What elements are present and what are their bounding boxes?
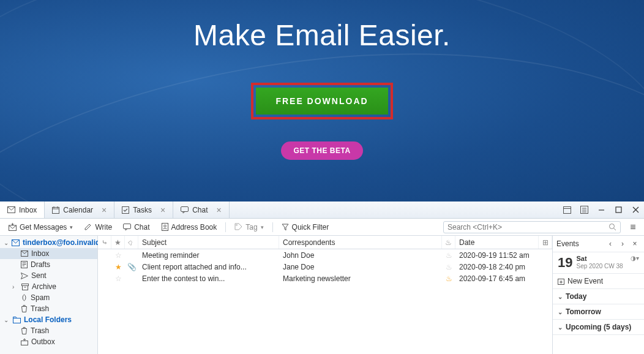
col-star[interactable]: ★: [111, 236, 125, 249]
tasks-icon: [122, 206, 129, 214]
calendar-icon: [52, 206, 59, 214]
close-icon[interactable]: ×: [102, 205, 107, 215]
free-download-button[interactable]: FREE DOWNLOAD: [256, 88, 388, 115]
folder-outbox[interactable]: Outbox: [0, 336, 97, 347]
trash-icon: [21, 327, 28, 334]
events-header: Events ‹ › ×: [553, 236, 644, 252]
folder-archive[interactable]: › Archive: [0, 281, 97, 292]
close-events-button[interactable]: ×: [629, 238, 640, 249]
calendar-dropdown-icon[interactable]: ◑▾: [631, 255, 639, 262]
close-icon[interactable]: ×: [216, 205, 221, 215]
col-date[interactable]: Date: [455, 236, 539, 249]
column-picker-icon: ⊞: [542, 238, 549, 247]
svg-line-23: [614, 228, 616, 231]
hot-cell: ♨: [442, 274, 455, 283]
tag-icon: [234, 223, 242, 231]
search-box[interactable]: [443, 221, 621, 233]
chevron-right-icon: ›: [12, 284, 18, 290]
folder-trash[interactable]: Trash: [0, 303, 97, 314]
col-attachment[interactable]: ⏢: [125, 236, 138, 249]
svg-rect-5: [122, 206, 129, 213]
trash-icon: [21, 305, 28, 312]
address-book-button[interactable]: Address Book: [156, 221, 222, 233]
attachment-cell: 📎: [125, 263, 138, 271]
col-priority[interactable]: ♨: [442, 236, 455, 249]
write-button[interactable]: Write: [79, 221, 117, 233]
message-row[interactable]: ☆Meeting reminderJohn Doe♨2020-09-19 11:…: [98, 249, 552, 261]
hot-cell: ♨: [442, 263, 455, 271]
col-subject[interactable]: Subject: [138, 236, 279, 249]
events-panel: Events ‹ › × 19 Sat Sep 2020 CW 38 ◑▾ Ne…: [552, 236, 644, 354]
folder-inbox[interactable]: Inbox: [0, 248, 97, 259]
message-row[interactable]: ☆Enter the contest to win...Marketing ne…: [98, 273, 552, 284]
account-name: Local Folders: [24, 315, 72, 324]
search-input[interactable]: [447, 223, 608, 232]
new-event-icon: [558, 278, 564, 285]
tab-inbox[interactable]: Inbox: [0, 201, 45, 218]
date-cell: 2020-09-19 11:52 am: [455, 251, 539, 260]
account-row[interactable]: ⌄ tinderbox@foo.invalid: [0, 237, 97, 248]
tab-chat[interactable]: Chat ×: [173, 201, 230, 218]
quick-filter-button[interactable]: Quick Filter: [277, 221, 334, 233]
fire-icon: ♨: [446, 274, 452, 283]
svg-rect-18: [124, 224, 131, 228]
next-button[interactable]: ›: [617, 238, 628, 249]
maximize-button[interactable]: [610, 201, 627, 219]
calendar-toggle-button[interactable]: [558, 201, 575, 219]
subject-cell: Meeting reminder: [138, 251, 279, 260]
star-icon: ☆: [115, 274, 122, 283]
new-event-button[interactable]: New Event: [553, 274, 644, 289]
folder-sidebar: ⌄ tinderbox@foo.invalid Inbox Drafts Sen…: [0, 236, 98, 354]
folder-drafts[interactable]: Drafts: [0, 259, 97, 270]
subject-cell: Enter the contest to win...: [138, 274, 279, 283]
events-date-display[interactable]: 19 Sat Sep 2020 CW 38 ◑▾: [553, 252, 644, 274]
message-row[interactable]: ★📎Client report attached and info...Jane…: [98, 261, 552, 273]
tab-tasks[interactable]: Tasks ×: [114, 201, 173, 218]
toolbar: Get Messages ▾ Write Chat Address Book: [0, 219, 644, 236]
sent-icon: [21, 273, 28, 279]
close-window-button[interactable]: [627, 201, 644, 219]
drafts-icon: [21, 261, 28, 268]
folder-sent[interactable]: Sent: [0, 270, 97, 281]
minimize-button[interactable]: [593, 201, 610, 219]
thread-icon: ⤷: [102, 238, 108, 247]
hot-cell: ♨: [442, 251, 455, 260]
col-correspondents[interactable]: Correspondents: [279, 236, 442, 249]
tasks-toggle-button[interactable]: [575, 201, 593, 219]
app-menu-button[interactable]: ≡: [626, 222, 640, 233]
star-toggle[interactable]: ☆: [111, 274, 125, 283]
message-rows: ☆Meeting reminderJohn Doe♨2020-09-19 11:…: [98, 249, 552, 354]
star-toggle[interactable]: ☆: [111, 251, 125, 260]
mail-account-icon: [12, 239, 20, 246]
svg-point-22: [610, 224, 615, 229]
fire-icon-off: ♨: [446, 251, 452, 260]
svg-rect-7: [563, 207, 571, 214]
day-number: 19: [558, 255, 572, 271]
folder-trash-local[interactable]: Trash: [0, 325, 97, 336]
from-cell: Marketing newsletter: [279, 274, 442, 283]
chat-icon: [181, 206, 189, 214]
star-icon: ☆: [115, 251, 122, 260]
events-section-today[interactable]: ⌄Today: [553, 289, 644, 304]
star-toggle[interactable]: ★: [111, 263, 125, 271]
account-row-local[interactable]: ⌄ Local Folders: [0, 314, 97, 325]
prev-button[interactable]: ‹: [605, 238, 616, 249]
events-section-tomorrow[interactable]: ⌄Tomorrow: [553, 304, 644, 320]
spam-icon: [21, 294, 28, 301]
close-icon[interactable]: ×: [160, 205, 165, 215]
download-highlight-box: FREE DOWNLOAD: [251, 83, 392, 119]
get-messages-button[interactable]: Get Messages ▾: [4, 221, 78, 233]
from-cell: John Doe: [279, 251, 442, 260]
tab-calendar[interactable]: Calendar ×: [45, 201, 114, 218]
folder-spam[interactable]: Spam: [0, 292, 97, 303]
tag-button[interactable]: Tag ▾: [230, 221, 268, 233]
col-picker[interactable]: ⊞: [539, 236, 552, 249]
events-section-upcoming[interactable]: ⌄Upcoming (5 days): [553, 320, 644, 335]
tab-label: Tasks: [133, 206, 152, 214]
chat-button[interactable]: Chat: [118, 221, 154, 233]
get-beta-button[interactable]: GET THE BETA: [281, 141, 362, 160]
events-title: Events: [556, 239, 605, 248]
col-thread[interactable]: ⤷: [98, 236, 111, 249]
subject-cell: Client report attached and info...: [138, 263, 279, 271]
paperclip-icon: ⏢: [127, 238, 136, 247]
